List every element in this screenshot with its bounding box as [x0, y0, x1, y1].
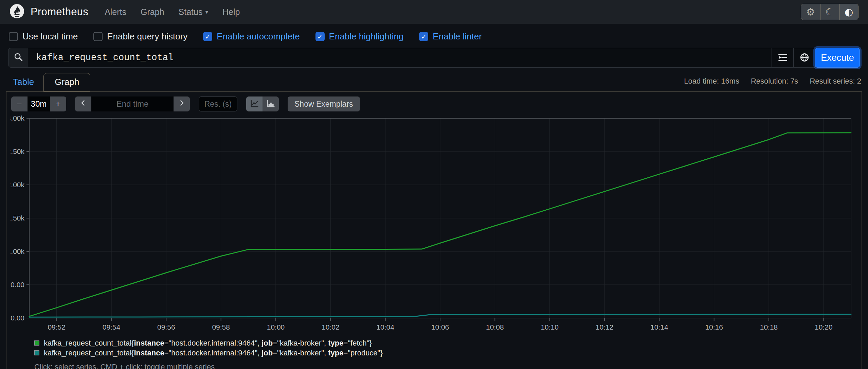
graph-panel: − + Show Exemplars	[6, 91, 862, 369]
stacked-chart-icon	[266, 99, 275, 109]
nav-help[interactable]: Help	[222, 7, 240, 17]
svg-text:10:12: 10:12	[596, 323, 614, 331]
series-label: kafka_request_count_total{instance="host…	[44, 349, 383, 357]
series-swatch	[34, 350, 39, 355]
chevron-left-icon	[79, 99, 87, 109]
graph-controls: − + Show Exemplars	[11, 96, 857, 111]
app-title: Prometheus	[31, 6, 88, 18]
graph-canvas[interactable]: 09:5209:5409:5609:5810:0010:0210:0410:06…	[11, 115, 857, 334]
checkbox-box	[9, 32, 18, 41]
query-input[interactable]	[28, 48, 772, 68]
svg-text:10:16: 10:16	[705, 323, 723, 331]
svg-text:09:56: 09:56	[157, 323, 175, 331]
svg-text:10:06: 10:06	[431, 323, 449, 331]
explain-query-button[interactable]	[793, 48, 815, 68]
time-back-button[interactable]	[75, 96, 91, 111]
end-time-input[interactable]	[91, 96, 174, 111]
brand[interactable]: Prometheus	[10, 4, 88, 20]
prometheus-app: Prometheus Alerts Graph Status▾ Help ⚙ ☾…	[0, 0, 868, 369]
chart-type-toggle	[246, 96, 279, 111]
resolution-stat: Resolution: 7s	[751, 77, 798, 86]
svg-text:09:54: 09:54	[103, 323, 121, 331]
range-decrease-button[interactable]: −	[11, 96, 28, 111]
stacked-chart-toggle-button[interactable]	[263, 96, 279, 111]
svg-text:500.00: 500.00	[11, 281, 24, 288]
list-arrow-icon	[778, 52, 788, 64]
legend-item-produce[interactable]: kafka_request_count_total{instance="host…	[34, 348, 857, 358]
search-addon	[8, 48, 28, 68]
range-input[interactable]	[28, 96, 50, 111]
prometheus-logo-icon	[10, 4, 24, 20]
result-tabs: Table Graph Load time: 16ms Resolution: …	[8, 73, 861, 91]
svg-text:09:58: 09:58	[212, 323, 230, 331]
svg-text:09:52: 09:52	[48, 323, 66, 331]
check-icon: ✓	[421, 33, 427, 40]
time-forward-button[interactable]	[174, 96, 190, 111]
svg-text:0.00: 0.00	[11, 314, 24, 322]
globe-icon	[799, 52, 810, 64]
checkbox-linter[interactable]: ✓ Enable linter	[419, 31, 482, 42]
legend-item-fetch[interactable]: kafka_request_count_total{instance="host…	[34, 338, 857, 348]
nav-alerts[interactable]: Alerts	[105, 7, 126, 17]
svg-text:1.50k: 1.50k	[11, 214, 24, 222]
check-icon: ✓	[317, 33, 323, 40]
legend-hint: Click: select series, CMD + click: toggl…	[34, 363, 857, 369]
line-chart-icon	[250, 99, 259, 109]
svg-text:3.00k: 3.00k	[11, 115, 24, 122]
result-series-stat: Result series: 2	[810, 77, 861, 86]
theme-dark-button[interactable]: ☾	[820, 4, 839, 20]
metrics-explorer-button[interactable]	[772, 48, 793, 68]
query-stats: Load time: 16ms Resolution: 7s Result se…	[684, 77, 861, 88]
end-time-control	[75, 96, 190, 111]
theme-auto-button[interactable]: ◐	[839, 4, 858, 20]
main-nav: Alerts Graph Status▾ Help	[105, 7, 240, 17]
svg-text:10:20: 10:20	[815, 323, 833, 331]
contrast-icon: ◐	[845, 7, 853, 17]
execute-button[interactable]: Execute	[815, 48, 860, 68]
nav-graph[interactable]: Graph	[141, 7, 164, 17]
load-time-stat: Load time: 16ms	[684, 77, 739, 86]
theme-settings-button[interactable]: ⚙	[801, 4, 820, 20]
svg-text:10:10: 10:10	[541, 323, 559, 331]
checkbox-box: ✓	[419, 32, 428, 41]
search-icon	[14, 52, 23, 63]
checkbox-highlighting[interactable]: ✓ Enable highlighting	[315, 31, 404, 42]
query-bar: Execute	[8, 48, 860, 68]
svg-text:10:08: 10:08	[486, 323, 504, 331]
svg-text:2.50k: 2.50k	[11, 147, 24, 155]
nav-status-dropdown[interactable]: Status▾	[179, 7, 208, 17]
series-swatch	[34, 340, 39, 346]
svg-text:10:02: 10:02	[322, 323, 340, 331]
checkbox-query-history[interactable]: Enable query history	[93, 31, 187, 42]
series-label: kafka_request_count_total{instance="host…	[44, 339, 372, 348]
checkbox-box: ✓	[315, 32, 325, 41]
svg-text:1.00k: 1.00k	[11, 247, 24, 255]
moon-icon: ☾	[826, 7, 834, 17]
chart-area: 09:5209:5409:5609:5810:0010:0210:0410:06…	[11, 115, 857, 334]
gear-icon: ⚙	[806, 7, 815, 17]
svg-text:10:14: 10:14	[650, 323, 668, 331]
range-control: − +	[11, 96, 66, 111]
options-bar: Use local time Enable query history ✓ En…	[0, 24, 868, 47]
checkbox-use-local-time[interactable]: Use local time	[9, 31, 78, 42]
legend: kafka_request_count_total{instance="host…	[34, 338, 857, 369]
checkbox-autocomplete[interactable]: ✓ Enable autocomplete	[203, 31, 300, 42]
range-increase-button[interactable]: +	[50, 96, 66, 111]
show-exemplars-button[interactable]: Show Exemplars	[288, 96, 360, 111]
svg-text:10:00: 10:00	[267, 323, 285, 331]
line-chart-toggle-button[interactable]	[246, 96, 263, 111]
tab-graph[interactable]: Graph	[43, 73, 90, 92]
resolution-input[interactable]	[199, 96, 237, 111]
chevron-right-icon	[178, 99, 186, 109]
caret-down-icon: ▾	[205, 8, 208, 16]
navbar: Prometheus Alerts Graph Status▾ Help ⚙ ☾…	[0, 0, 868, 24]
check-icon: ✓	[205, 33, 211, 40]
svg-text:10:04: 10:04	[376, 323, 394, 331]
svg-text:10:18: 10:18	[760, 323, 778, 331]
tab-table[interactable]: Table	[8, 73, 43, 91]
theme-toggle-group: ⚙ ☾ ◐	[801, 4, 858, 20]
checkbox-box	[93, 32, 103, 41]
checkbox-box: ✓	[203, 32, 212, 41]
svg-text:2.00k: 2.00k	[11, 181, 24, 189]
